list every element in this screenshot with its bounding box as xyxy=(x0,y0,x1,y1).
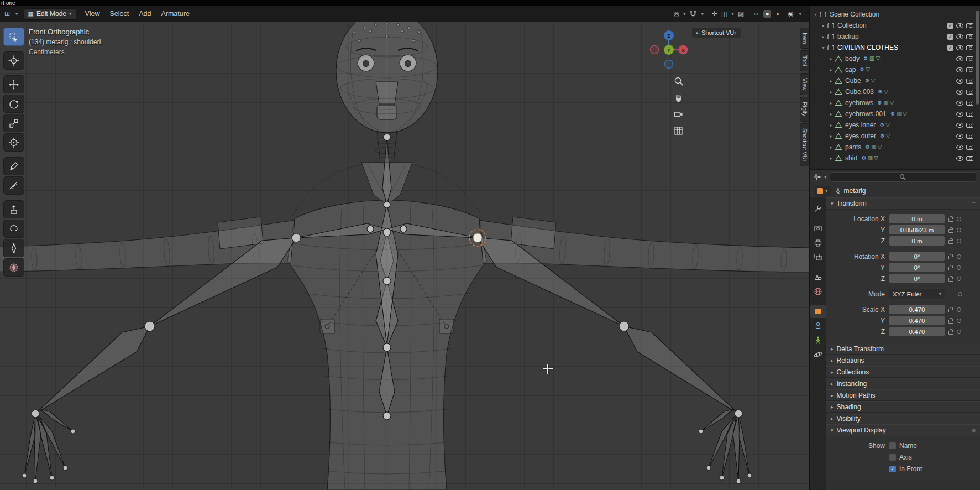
outliner-row-cap[interactable]: ▸cap⚙▽ xyxy=(810,64,980,75)
properties-editor-type-icon[interactable] xyxy=(814,173,821,181)
sidebar-tab-rigify[interactable]: Rigify xyxy=(800,97,809,121)
outliner-row-shirt[interactable]: ▸shirt⚙▥▽ xyxy=(810,153,980,164)
hide-in-viewport-eye-icon[interactable] xyxy=(956,67,963,72)
outliner-row-eyebrows-001[interactable]: ▸eyebrows.001⚙▥▽ xyxy=(810,108,980,119)
location-z-lock-icon[interactable] xyxy=(948,240,953,244)
hide-in-viewport-eye-icon[interactable] xyxy=(956,123,963,128)
properties-tab-physics[interactable] xyxy=(810,348,826,361)
expand-arrow-icon[interactable]: ▸ xyxy=(827,112,835,117)
sidebar-tab-view[interactable]: View xyxy=(800,73,809,96)
expand-arrow-icon[interactable]: ▸ xyxy=(827,134,835,139)
disable-in-renders-camera-icon[interactable] xyxy=(966,23,973,28)
shading-rendered-icon[interactable]: ◉ xyxy=(786,10,795,18)
hide-in-viewport-eye-icon[interactable] xyxy=(956,56,963,61)
disable-in-renders-camera-icon[interactable] xyxy=(966,156,973,161)
location-x-animate-dot[interactable] xyxy=(957,217,961,221)
outliner-row-cube-003[interactable]: ▸Cube.003⚙▽ xyxy=(810,86,980,97)
tool-extrude-button[interactable] xyxy=(3,200,24,218)
disable-in-renders-camera-icon[interactable] xyxy=(966,145,973,150)
rotation-mode-animate-dot[interactable] xyxy=(958,292,962,296)
editor-type-caret-icon[interactable]: ▾ xyxy=(15,11,18,17)
disable-in-renders-camera-icon[interactable] xyxy=(966,134,973,139)
breadcrumb-object[interactable]: metarig xyxy=(835,187,866,195)
zoom-icon[interactable] xyxy=(674,76,683,86)
tool-annotate-button[interactable] xyxy=(3,157,24,175)
expand-arrow-icon[interactable]: ▸ xyxy=(827,79,835,84)
properties-tab-render[interactable] xyxy=(810,222,826,235)
panel-grip-icon[interactable]: ≡ xyxy=(972,427,976,434)
outliner-row-pants[interactable]: ▸pants⚙▥▽ xyxy=(810,142,980,153)
tool-measure-button[interactable] xyxy=(3,176,24,195)
scale-z-field[interactable]: 0.470 xyxy=(889,327,945,336)
outliner-scrollbar[interactable] xyxy=(976,11,979,105)
disable-in-renders-camera-icon[interactable] xyxy=(966,45,973,50)
sidebar-tab-tool[interactable]: Tool xyxy=(800,50,809,71)
properties-tab-output[interactable] xyxy=(810,236,826,249)
location-x-lock-icon[interactable] xyxy=(948,218,953,222)
disable-in-renders-camera-icon[interactable] xyxy=(966,56,973,61)
show-overlays-icon[interactable]: ◫ xyxy=(721,11,727,17)
tool-scale-button[interactable] xyxy=(3,114,24,132)
location-y-field[interactable]: 0.058923 m xyxy=(889,225,945,234)
expand-arrow-icon[interactable]: ▸ xyxy=(827,56,835,61)
disable-in-renders-camera-icon[interactable] xyxy=(966,123,973,128)
expand-arrow-icon[interactable]: ▸ xyxy=(827,156,835,161)
hide-in-viewport-eye-icon[interactable] xyxy=(956,101,963,106)
panel-relations-header[interactable]: ▸Relations xyxy=(826,355,980,366)
name-checkbox[interactable]: ✓ xyxy=(889,442,896,449)
location-x-field[interactable]: 0 m xyxy=(889,214,945,223)
location-z-animate-dot[interactable] xyxy=(957,239,961,243)
outliner-row-body[interactable]: ▸body⚙▥▽ xyxy=(810,53,980,64)
outliner-row-eyes-outer[interactable]: ▸eyes outer⚙▽ xyxy=(810,131,980,142)
panel-transform-header[interactable]: ▾ Transform ≡ xyxy=(826,197,980,210)
scale-y-animate-dot[interactable] xyxy=(957,319,961,323)
expand-arrow-icon[interactable]: ▸ xyxy=(820,34,827,39)
tool-roll-button[interactable] xyxy=(3,220,24,238)
menu-view[interactable]: View xyxy=(85,10,100,18)
grid-ortho-icon[interactable] xyxy=(674,126,683,135)
exclude-checkbox[interactable]: ✓ xyxy=(947,45,953,51)
panel-delta-transform-header[interactable]: ▸Delta Transform xyxy=(826,343,980,355)
outliner-row-cube[interactable]: ▸Cube⚙▽ xyxy=(810,75,980,86)
hide-in-viewport-eye-icon[interactable] xyxy=(956,156,963,161)
expand-arrow-icon[interactable]: ▸ xyxy=(820,23,827,28)
hide-in-viewport-eye-icon[interactable] xyxy=(956,112,963,117)
properties-tab-data[interactable] xyxy=(810,333,826,347)
tool-bone-envelope-button[interactable] xyxy=(3,258,24,277)
hide-in-viewport-eye-icon[interactable] xyxy=(956,79,963,84)
object-selector-chip[interactable]: ▾ xyxy=(814,186,831,196)
properties-tab-view-layer[interactable] xyxy=(810,251,826,264)
panel-shading-header[interactable]: ▸Shading xyxy=(826,401,980,413)
sidebar-tab-shortcut-vur[interactable]: Shortcut VUr xyxy=(800,123,809,166)
panel-viewport-display-header[interactable]: ▾ Viewport Display ≡ xyxy=(826,424,980,436)
proportional-dropdown-caret-icon[interactable]: ▾ xyxy=(683,11,686,17)
scale-x-field[interactable]: 0.470 xyxy=(889,305,945,314)
expand-arrow-icon[interactable]: ▸ xyxy=(827,90,835,95)
disable-in-renders-camera-icon[interactable] xyxy=(966,101,973,106)
overlays-dropdown-caret-icon[interactable]: ▾ xyxy=(731,11,734,17)
rotation-y-animate-dot[interactable] xyxy=(957,265,961,270)
rotation-z-field[interactable]: 0° xyxy=(889,274,945,283)
tool-tweak-select-button[interactable] xyxy=(3,28,24,46)
rotation-y-lock-icon[interactable] xyxy=(948,267,953,270)
camera-view-icon[interactable] xyxy=(674,110,683,119)
panel-grip-icon[interactable]: ≡ xyxy=(972,200,976,207)
rotation-mode-dropdown[interactable]: XYZ Euler▾ xyxy=(889,289,945,299)
exclude-checkbox[interactable]: ✓ xyxy=(947,23,953,29)
disable-in-renders-camera-icon[interactable] xyxy=(966,67,973,72)
hide-in-viewport-eye-icon[interactable] xyxy=(956,45,963,50)
menu-select[interactable]: Select xyxy=(109,10,129,18)
hide-in-viewport-eye-icon[interactable] xyxy=(956,90,963,95)
snap-magnet-icon[interactable] xyxy=(689,10,697,18)
toggle-xray-icon[interactable]: ▨ xyxy=(738,11,744,17)
tool-bone-size-button[interactable] xyxy=(3,239,24,257)
menu-armature[interactable]: Armature xyxy=(161,10,189,18)
location-y-animate-dot[interactable] xyxy=(957,228,961,232)
tool-cursor-3d-button[interactable] xyxy=(3,51,24,70)
disable-in-renders-camera-icon[interactable] xyxy=(966,34,973,39)
shading-dropdown-caret-icon[interactable]: ▾ xyxy=(799,11,801,17)
menu-add[interactable]: Add xyxy=(139,10,151,18)
outliner-row-backup[interactable]: ▸backup✓ xyxy=(810,31,980,42)
expand-arrow-icon[interactable]: ▸ xyxy=(827,101,835,106)
outliner-row-scene-collection[interactable]: ▾Scene Collection xyxy=(810,9,980,20)
